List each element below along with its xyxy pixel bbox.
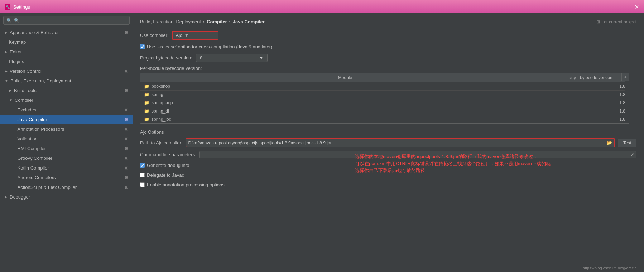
sidebar-item-label: Annotation Processors (18, 127, 64, 132)
close-button[interactable]: ✕ (634, 4, 639, 10)
sidebar-item-appearance[interactable]: ▶ Appearance & Behavior ⊞ (0, 28, 133, 37)
for-current-label: For current project (601, 19, 636, 24)
test-button[interactable]: Test (618, 139, 636, 147)
generate-debug-row: Generate debug info (140, 163, 636, 168)
bytecode-version-dropdown[interactable]: 8 ▼ (196, 54, 268, 62)
browse-folder-icon[interactable]: 📂 (606, 140, 612, 145)
expand-icon[interactable]: ⤢ (631, 152, 634, 157)
repo-icon: ⊞ (125, 166, 128, 170)
breadcrumb-sep2: › (229, 19, 231, 24)
sidebar-item-label: RMI Compiler (18, 146, 46, 151)
module-name-cell: 📁 spring (140, 91, 550, 99)
repo-icon: ⊞ (125, 69, 128, 73)
sidebar-item-compiler[interactable]: ▼ Compiler (0, 95, 133, 105)
expand-arrow-appearance: ▶ (5, 30, 8, 34)
table-row: 📁 bookshop 1.8 (140, 82, 629, 91)
search-input[interactable] (14, 18, 126, 23)
expand-arrow-build: ▼ (5, 79, 8, 83)
sidebar-item-plugins[interactable]: Plugins (0, 57, 133, 66)
compiler-dropdown[interactable]: Ajc ▼ (172, 31, 218, 40)
spacer (13, 185, 15, 189)
expand-arrow-build-tools: ▶ (9, 89, 12, 92)
sidebar-item-annotation-processors[interactable]: Annotation Processors ⊞ (0, 124, 133, 134)
sidebar-item-build-tools[interactable]: ▶ Build Tools ⊞ (0, 86, 133, 95)
sidebar-item-actionscript-compiler[interactable]: ActionScript & Flex Compiler ⊞ (0, 182, 133, 192)
sidebar-item-label: Java Compiler (18, 117, 47, 122)
spacer (13, 108, 15, 112)
module-name: spring_di (152, 109, 169, 114)
title-bar-left: 🔧 Settings (5, 4, 30, 10)
sidebar-item-version-control[interactable]: ▶ Version Control ⊞ (0, 66, 133, 76)
sidebar-item-editor[interactable]: ▶ Editor (0, 47, 133, 57)
spacer (13, 147, 15, 151)
breadcrumb: Build, Execution, Deployment › Compiler … (140, 19, 636, 24)
repo-icon: ⊞ (125, 146, 128, 151)
breadcrumb-part3: Java Compiler (233, 19, 265, 24)
for-current-project: ⊞ For current project (596, 19, 636, 24)
path-label: Path to Ajc compiler: (140, 140, 183, 145)
enable-annotation-checkbox[interactable] (140, 182, 145, 187)
sidebar-item-label: Build Tools (14, 88, 37, 93)
breadcrumb-part1: Build, Execution, Deployment (140, 19, 201, 24)
module-name-cell: 📁 spring_ioc (140, 115, 550, 123)
sidebar-item-label: Kotlin Compiler (18, 165, 49, 171)
sidebar-item-groovy-compiler[interactable]: Groovy Compiler ⊞ (0, 153, 133, 163)
sidebar-item-label: Appearance & Behavior (10, 30, 59, 35)
delegate-javac-row: Delegate to Javac (140, 172, 636, 178)
table-add-button[interactable]: + (621, 73, 629, 81)
table-scrollbar[interactable] (625, 81, 629, 124)
status-url: https://blog.csdn.im/blog/article... (583, 266, 640, 270)
expand-arrow-editor: ▶ (5, 50, 8, 54)
sidebar-item-rmi-compiler[interactable]: RMI Compiler ⊞ (0, 144, 133, 153)
compiler-value: Ajc (176, 33, 182, 38)
repo-icon: ⊞ (125, 175, 128, 180)
search-box[interactable]: 🔍 (3, 16, 130, 25)
repo-small-icon: ⊞ (596, 19, 600, 24)
sidebar: 🔍 ▶ Appearance & Behavior ⊞ Keymap ▶ Edi… (0, 13, 133, 264)
folder-icon: 📁 (144, 84, 149, 89)
delegate-javac-label: Delegate to Javac (147, 172, 184, 178)
repo-icon: ⊞ (125, 127, 128, 132)
sidebar-item-validation[interactable]: Validation ⊞ (0, 134, 133, 144)
folder-icon: 📁 (144, 100, 149, 105)
expand-arrow-plugins (5, 59, 7, 63)
generate-debug-label: Generate debug info (147, 163, 189, 168)
release-option-checkbox[interactable] (140, 44, 145, 49)
sidebar-item-kotlin-compiler[interactable]: Kotlin Compiler ⊞ (0, 163, 133, 173)
sidebar-item-excludes[interactable]: Excludes ⊞ (0, 105, 133, 115)
table-header: Module Target bytecode version (140, 73, 629, 82)
sidebar-item-keymap[interactable]: Keymap (0, 37, 133, 47)
repo-icon: ⊞ (125, 30, 128, 35)
settings-window: 🔧 Settings ✕ 🔍 ▶ Appearance & Behavior ⊞… (0, 0, 644, 272)
ajc-section-title: Ajc Options (140, 129, 636, 135)
expand-arrow-compiler: ▼ (9, 98, 13, 102)
sidebar-item-label: ActionScript & Flex Compiler (18, 185, 77, 190)
table-row: 📁 spring_aop 1.8 (140, 99, 629, 107)
release-option-label: Use '--release' option for cross-compila… (147, 44, 272, 49)
delegate-javac-checkbox[interactable] (140, 173, 145, 177)
table-col-bytecode: Target bytecode version (550, 73, 629, 82)
main-panel: Build, Execution, Deployment › Compiler … (133, 13, 644, 264)
folder-icon: 📁 (144, 117, 149, 122)
per-module-label: Per-module bytecode version: (140, 66, 636, 71)
repo-icon: ⊞ (125, 137, 128, 141)
sidebar-item-java-compiler[interactable]: Java Compiler ⊞ (0, 115, 133, 124)
sidebar-item-debugger[interactable]: ▶ Debugger (0, 192, 133, 202)
spacer (13, 118, 15, 121)
sidebar-item-build-execution[interactable]: ▼ Build, Execution, Deployment (0, 76, 133, 86)
cmdline-input-wrapper: ⤢ (199, 151, 636, 158)
path-input[interactable] (188, 140, 605, 145)
repo-icon: ⊞ (125, 185, 128, 190)
sidebar-item-android-compilers[interactable]: Android Compilers ⊞ (0, 173, 133, 182)
module-name-cell: 📁 spring_di (140, 107, 550, 115)
folder-icon: 📁 (144, 109, 149, 114)
sidebar-item-label: Android Compilers (18, 175, 56, 180)
generate-debug-checkbox[interactable] (140, 163, 145, 168)
cmdline-label: Command line parameters: (140, 152, 196, 157)
search-icon: 🔍 (6, 18, 12, 23)
spacer (13, 176, 15, 180)
module-version-cell: 1.8 (550, 115, 629, 123)
use-compiler-row: Use compiler: Ajc ▼ (140, 31, 636, 40)
sidebar-item-label: Editor (10, 49, 22, 54)
sidebar-item-label: Validation (18, 136, 38, 142)
